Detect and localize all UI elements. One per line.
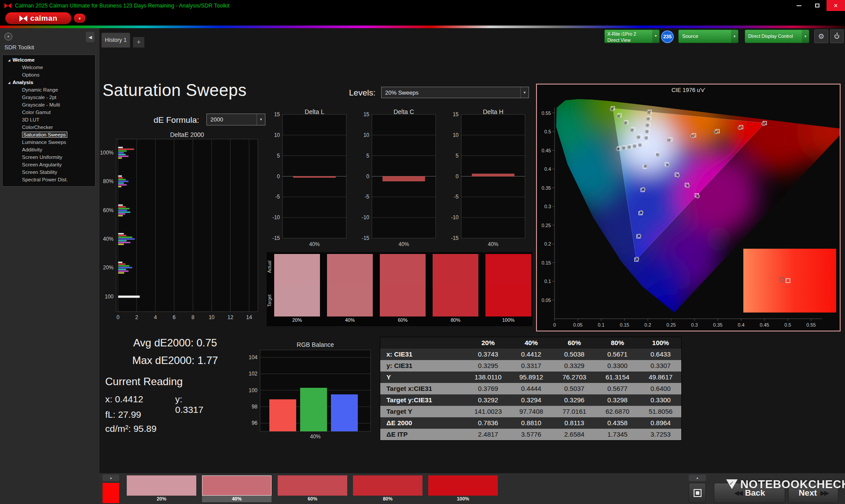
add-tab-button[interactable]: + — [133, 37, 144, 48]
svg-text:40%: 40% — [310, 434, 320, 440]
back-button[interactable]: ◀◀ Back — [714, 483, 785, 503]
sidebar-item-color-gamut[interactable]: Color Gamut — [3, 109, 95, 116]
swatch-color — [428, 475, 498, 496]
power-icon — [834, 33, 840, 40]
sidebar-item-luminance-sweeps[interactable]: Luminance Sweeps — [3, 139, 95, 146]
svg-text:0.25: 0.25 — [666, 322, 676, 327]
sidebar-item-screen-stability[interactable]: Screen Stability — [3, 169, 95, 176]
row-label: ΔE ITP — [380, 429, 467, 440]
sidebar-item-options[interactable]: Options — [3, 71, 95, 79]
delta-l-chart: Delta L 151050-5-10-1540% — [264, 108, 352, 247]
chevron-down-icon: ▾ — [520, 87, 529, 98]
chevron-down-icon: ▾ — [731, 30, 738, 43]
sidebar-item-grayscale-2pt[interactable]: Grayscale - 2pt — [3, 94, 95, 101]
table-row-y: Y138.011095.891276.270361.315449.8617 — [380, 372, 681, 383]
table-row-x-cie31: x: CIE310.37430.44120.50380.56710.6433 — [380, 349, 681, 360]
table-col-header: 60% — [553, 337, 596, 349]
chevron-down-icon: ▾ — [802, 30, 809, 43]
meter-select[interactable]: X-Rite i1Pro 2 Direct View ▾ — [604, 29, 660, 43]
tree-section-welcome[interactable]: ◢Welcome — [3, 56, 95, 64]
table-value: 0.3294 — [510, 394, 553, 406]
maximize-icon — [815, 4, 819, 7]
pattern-popup-button[interactable]: ▲ — [689, 475, 706, 481]
svg-text:14: 14 — [246, 314, 252, 320]
delta-h-plot: 151050-5-10-1540% — [443, 108, 531, 247]
sidebar-item-additivity[interactable]: Additivity — [3, 146, 95, 154]
display-control-select[interactable]: Direct Display Control ▾ — [745, 29, 809, 43]
window-title: Calman 2025 Calman Ultimate for Business… — [15, 3, 229, 9]
svg-text:-5: -5 — [275, 194, 280, 200]
tree-label: Dynamic Range — [22, 87, 58, 92]
sidebar-item-grayscale-multi[interactable]: Grayscale - Multi — [3, 101, 95, 109]
level-swatch-80%[interactable]: 80% — [353, 473, 422, 504]
level-swatch-40%[interactable]: 40% — [202, 473, 272, 504]
target-color — [485, 285, 531, 316]
page-title: Saturation Sweeps — [103, 81, 246, 100]
table-value: 97.7408 — [510, 406, 553, 417]
table-value: 0.7836 — [467, 417, 510, 429]
minimize-button[interactable] — [790, 0, 808, 11]
table-value: 141.0023 — [467, 406, 510, 417]
tree-label: Color Gamut — [22, 110, 51, 115]
level-swatch-100%[interactable]: 100% — [428, 473, 498, 504]
swatch-color — [202, 475, 272, 496]
delta-c-chart: Delta C 151050-5-10-1540% — [353, 108, 441, 247]
back-arrows-icon: ◀◀ — [734, 489, 742, 497]
svg-text:-10: -10 — [272, 214, 280, 221]
workflow-home-button[interactable] — [4, 33, 12, 40]
swatch-level-label: 100% — [485, 317, 531, 323]
patch-popup-button[interactable]: ▲ — [103, 475, 119, 481]
svg-text:0.55: 0.55 — [806, 322, 816, 327]
levels-select[interactable]: 20% Sweeps ▾ — [381, 87, 529, 98]
reading-y: y: 0.3317 — [175, 394, 203, 415]
svg-text:0: 0 — [553, 322, 556, 327]
sidebar-item-spectral-power-dist[interactable]: Spectral Power Dist. — [3, 176, 95, 184]
sidebar-collapse-button[interactable]: ◀ — [86, 32, 95, 42]
calman-window: Calman 2025 Calman Ultimate for Business… — [0, 0, 845, 504]
level-swatch-20%[interactable]: 20% — [127, 473, 196, 504]
sidebar-item-saturation-sweeps[interactable]: Saturation Sweeps — [3, 131, 95, 139]
current-patch[interactable] — [103, 483, 119, 503]
table-row-y-cie31: y: CIE310.32950.33170.33290.33000.3307 — [380, 360, 681, 372]
collapse-left-icon: ◀ — [88, 35, 92, 40]
close-button[interactable]: ✕ — [827, 0, 845, 11]
svg-text:0.5: 0.5 — [784, 322, 791, 327]
sidebar-item-colorchecker[interactable]: ColorChecker — [3, 124, 95, 131]
svg-text:0: 0 — [277, 173, 280, 180]
settings-button[interactable]: ⚙ — [814, 29, 828, 43]
sidebar-item-welcome[interactable]: Welcome — [3, 64, 95, 71]
back-label: Back — [745, 488, 765, 498]
svg-text:5: 5 — [277, 153, 280, 159]
power-button[interactable] — [830, 29, 844, 43]
svg-text:0.3: 0.3 — [691, 322, 698, 327]
next-button[interactable]: Next ▶▶ — [788, 483, 838, 503]
source-select[interactable]: Source ▾ — [678, 29, 738, 43]
meter-name: X-Rite i1Pro 2 — [607, 31, 651, 37]
sidebar-item-3d-lut[interactable]: 3D LUT — [3, 116, 95, 124]
tree-label: Luminance Sweeps — [22, 140, 66, 145]
svg-text:10: 10 — [453, 132, 459, 138]
up-arrow-icon: ▲ — [696, 476, 699, 479]
sidebar-item-screen-uniformity[interactable]: Screen Uniformity — [3, 154, 95, 161]
pattern-window-button[interactable] — [689, 483, 706, 503]
calman-logo[interactable]: calman — [5, 12, 71, 24]
meter-mode: Direct View — [607, 37, 651, 43]
target-color — [380, 285, 426, 316]
sidebar-item-dynamic-range[interactable]: Dynamic Range — [3, 86, 95, 94]
sidebar-item-screen-angularity[interactable]: Screen Angularity — [3, 161, 95, 169]
tab-history-1[interactable]: History 1 — [101, 33, 130, 48]
svg-text:100: 100 — [249, 387, 257, 394]
de-formula-select[interactable]: 2000 ▾ — [206, 114, 265, 125]
deltae2000-chart: DeltaE 2000 02468101214100%80%60%40%20%1… — [96, 131, 263, 327]
main-menu-button[interactable]: ▾ — [74, 14, 85, 23]
maximize-button[interactable] — [808, 0, 827, 11]
table-value: 2.6584 — [553, 429, 596, 440]
level-swatch-60%[interactable]: 60% — [278, 473, 347, 504]
tree-section-analysis[interactable]: ◢Analysis — [3, 79, 95, 86]
expander-icon[interactable]: ◢ — [8, 81, 10, 84]
tree-label: Grayscale - Multi — [22, 102, 60, 107]
expander-icon[interactable]: ◢ — [8, 59, 10, 62]
svg-text:-5: -5 — [364, 194, 369, 200]
svg-text:12: 12 — [228, 314, 234, 320]
reading-x: x: 0.4412 — [105, 394, 143, 404]
